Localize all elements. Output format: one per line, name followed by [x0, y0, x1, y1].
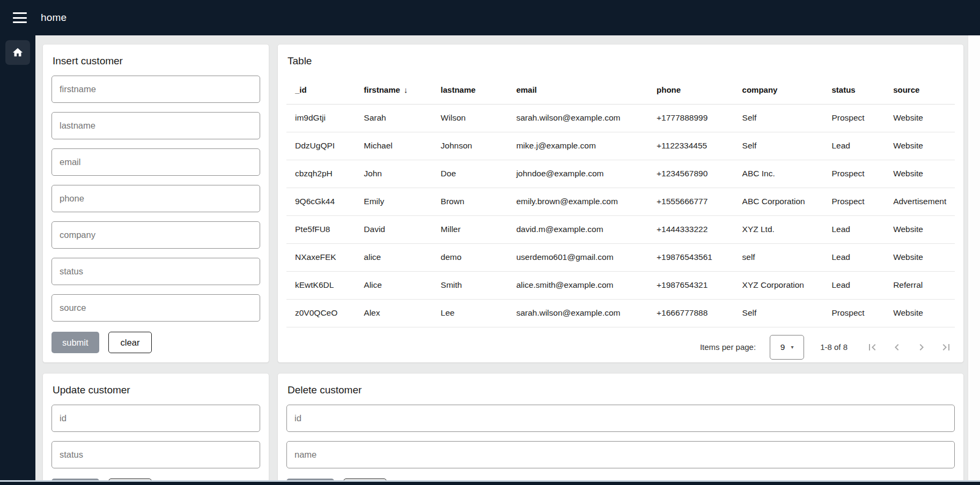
cell-email: david.m@example.com [507, 215, 648, 243]
window-bottom-edge [0, 480, 980, 485]
cell-company: XYZ Corporation [734, 271, 823, 299]
cell-id: 9Q6cGk44 [286, 188, 355, 215]
cell-company: Self [734, 132, 823, 160]
sidebar-item-home[interactable] [5, 40, 30, 65]
items-per-page-label: Items per page: [700, 342, 756, 352]
column-header-source[interactable]: source [885, 76, 955, 104]
table-row: NXaxeFEKalicedemouserdemo601@gmail.com+1… [286, 243, 955, 271]
cell-email: sarah.wilson@example.com [507, 104, 648, 132]
items-per-page-value: 9 [780, 342, 785, 352]
cell-id: kEwtK6DL [286, 271, 355, 299]
cell-status: Lead [823, 271, 885, 299]
cell-firstname: John [355, 160, 432, 188]
column-header-id[interactable]: _id [286, 76, 355, 104]
cell-id: im9dGtji [286, 104, 355, 132]
cell-status: Prospect [823, 104, 885, 132]
column-header-status[interactable]: status [823, 76, 885, 104]
cell-email: mike.j@example.com [507, 132, 648, 160]
cell-lastname: Lee [432, 299, 508, 327]
cell-source: Website [885, 104, 955, 132]
first-page-button[interactable] [866, 341, 879, 354]
cell-company: ABC Corporation [734, 188, 823, 215]
cell-status: Lead [823, 243, 885, 271]
cell-source: Website [885, 160, 955, 188]
cell-source: Referral [885, 271, 955, 299]
insert-email-input[interactable] [51, 148, 260, 176]
column-header-firstname[interactable]: firstname↓ [355, 76, 432, 104]
cell-lastname: demo [432, 243, 508, 271]
cell-phone: +1555666777 [648, 188, 733, 215]
cell-id: NXaxeFEK [286, 243, 355, 271]
column-header-company[interactable]: company [734, 76, 823, 104]
column-header-email[interactable]: email [507, 76, 648, 104]
first-page-icon [866, 341, 879, 354]
table-row: 9Q6cGk44EmilyBrownemily.brown@example.co… [286, 188, 955, 215]
cell-lastname: Johnson [432, 132, 508, 160]
cell-source: Website [885, 215, 955, 243]
cell-id: Pte5fFU8 [286, 215, 355, 243]
home-icon [12, 47, 24, 58]
insert-company-input[interactable] [51, 221, 260, 249]
cell-id: cbzqh2pH [286, 160, 355, 188]
customers-table: _id firstname↓ lastname email phone comp… [286, 76, 955, 327]
cell-firstname: Emily [355, 188, 432, 215]
cell-company: Self [734, 104, 823, 132]
cell-status: Lead [823, 215, 885, 243]
menu-icon[interactable] [13, 12, 27, 23]
cell-status: Lead [823, 132, 885, 160]
update-status-input[interactable] [51, 441, 260, 468]
cell-lastname: Wilson [432, 104, 508, 132]
insert-status-input[interactable] [51, 258, 260, 285]
cell-id: z0V0QCeO [286, 299, 355, 327]
cell-source: Website [885, 243, 955, 271]
cell-lastname: Miller [432, 215, 508, 243]
cell-firstname: Alice [355, 271, 432, 299]
cell-firstname: David [355, 215, 432, 243]
table-row: z0V0QCeOAlexLeesarah.wilson@example.com+… [286, 299, 955, 327]
cell-firstname: Alex [355, 299, 432, 327]
table-row: kEwtK6DLAliceSmithalice.smith@example.co… [286, 271, 955, 299]
table-row: im9dGtjiSarahWilsonsarah.wilson@example.… [286, 104, 955, 132]
table-row: DdzUgQPIMichaelJohnsonmike.j@example.com… [286, 132, 955, 160]
cell-phone: +1444333222 [648, 215, 733, 243]
table-card: Table _id firstname↓ lastname email phon… [277, 44, 964, 363]
update-id-input[interactable] [51, 405, 260, 432]
insert-phone-input[interactable] [51, 185, 260, 212]
insert-firstname-input[interactable] [51, 76, 260, 103]
items-per-page-select[interactable]: 9 ▾ [770, 335, 804, 360]
cell-source: Advertisement [885, 188, 955, 215]
next-page-button[interactable] [915, 341, 928, 354]
cell-source: Website [885, 299, 955, 327]
column-header-lastname[interactable]: lastname [432, 76, 508, 104]
cell-phone: +19876543561 [648, 243, 733, 271]
column-header-phone[interactable]: phone [648, 76, 733, 104]
sidebar [0, 35, 35, 485]
cell-firstname: alice [355, 243, 432, 271]
insert-clear-button[interactable]: clear [108, 332, 152, 353]
insert-submit-button[interactable]: submit [51, 332, 99, 353]
cell-id: DdzUgQPI [286, 132, 355, 160]
chevron-right-icon [915, 341, 928, 354]
insert-lastname-input[interactable] [51, 112, 260, 139]
page-range-label: 1-8 of 8 [820, 342, 848, 352]
cell-email: emily.brown@example.com [507, 188, 648, 215]
cell-lastname: Brown [432, 188, 508, 215]
table-paginator: Items per page: 9 ▾ 1-8 of 8 [286, 327, 955, 361]
insert-source-input[interactable] [51, 294, 260, 322]
cell-company: XYZ Ltd. [734, 215, 823, 243]
cell-lastname: Smith [432, 271, 508, 299]
page-title: home [41, 12, 67, 24]
delete-name-input[interactable] [286, 441, 955, 468]
previous-page-button[interactable] [890, 341, 903, 354]
cell-email: userdemo601@gmail.com [507, 243, 648, 271]
delete-id-input[interactable] [286, 405, 955, 432]
cell-company: Self [734, 299, 823, 327]
cell-company: ABC Inc. [734, 160, 823, 188]
update-customer-title: Update customer [53, 384, 260, 396]
cell-firstname: Sarah [355, 104, 432, 132]
cell-status: Prospect [823, 188, 885, 215]
vertical-scrollbar[interactable] [968, 35, 980, 485]
table-row: Pte5fFU8DavidMillerdavid.m@example.com+1… [286, 215, 955, 243]
cell-phone: +1666777888 [648, 299, 733, 327]
last-page-button[interactable] [940, 341, 953, 354]
